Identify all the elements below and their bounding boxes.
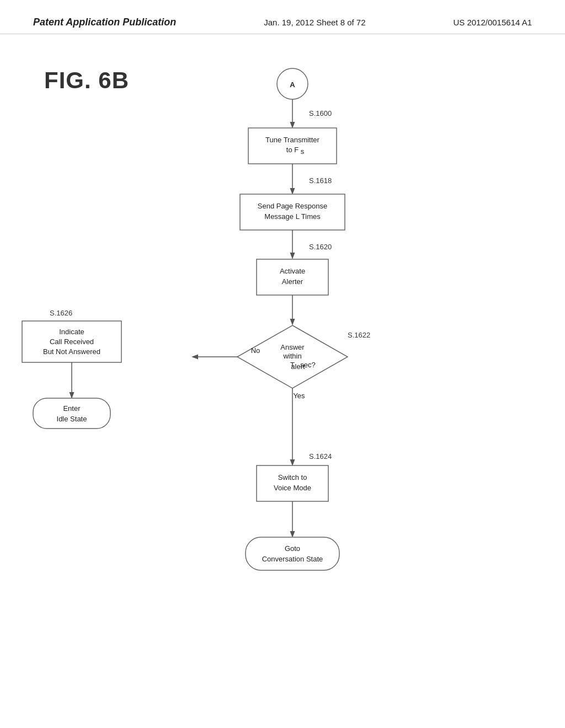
svg-text:Voice Mode: Voice Mode <box>274 484 311 492</box>
svg-text:to F: to F <box>286 146 299 154</box>
svg-text:sec?: sec? <box>300 361 315 369</box>
page-header: Patent Application Publication Jan. 19, … <box>0 0 565 34</box>
svg-text:Indicate: Indicate <box>59 328 84 336</box>
svg-text:But Not Answered: But Not Answered <box>43 347 100 356</box>
svg-text:S.1624: S.1624 <box>309 452 332 461</box>
svg-text:Yes: Yes <box>293 392 305 400</box>
svg-text:S.1622: S.1622 <box>348 331 370 339</box>
svg-text:Send Page Response: Send Page Response <box>258 202 327 210</box>
svg-rect-44 <box>33 398 110 429</box>
svg-text:S.1620: S.1620 <box>309 243 332 251</box>
svg-text:S.1618: S.1618 <box>309 176 332 185</box>
svg-text:Goto: Goto <box>285 544 300 553</box>
header-center: Jan. 19, 2012 Sheet 8 of 72 <box>264 18 365 27</box>
svg-text:No: No <box>251 346 260 355</box>
svg-text:Enter: Enter <box>63 404 81 413</box>
svg-text:Activate: Activate <box>280 267 305 275</box>
svg-rect-35 <box>246 537 339 570</box>
svg-text:Idle State: Idle State <box>57 415 87 423</box>
header-right: US 2012/0015614 A1 <box>453 18 532 27</box>
svg-text:Alerter: Alerter <box>282 277 303 286</box>
svg-text:S.1626: S.1626 <box>50 309 72 317</box>
flowchart-svg: A S.1600 Tune Transmitter to F s S.1618 … <box>177 51 408 713</box>
svg-text:s: s <box>301 147 305 156</box>
svg-text:Message L Times: Message L Times <box>264 212 321 221</box>
header-left: Patent Application Publication <box>33 17 176 28</box>
svg-text:Switch to: Switch to <box>278 473 307 481</box>
svg-text:Tune Transmitter: Tune Transmitter <box>265 136 319 144</box>
svg-text:Answer: Answer <box>280 343 305 351</box>
page-content: FIG. 6B A S.1600 Tune Transmitter to F s… <box>0 34 565 718</box>
flowchart-left-svg: S.1626 Indicate Call Received But Not An… <box>17 51 177 492</box>
svg-text:S.1600: S.1600 <box>309 109 332 117</box>
svg-text:A: A <box>290 81 295 89</box>
svg-text:Call Received: Call Received <box>50 338 94 346</box>
svg-text:Conversation State: Conversation State <box>262 555 323 563</box>
svg-text:within: within <box>282 352 301 360</box>
